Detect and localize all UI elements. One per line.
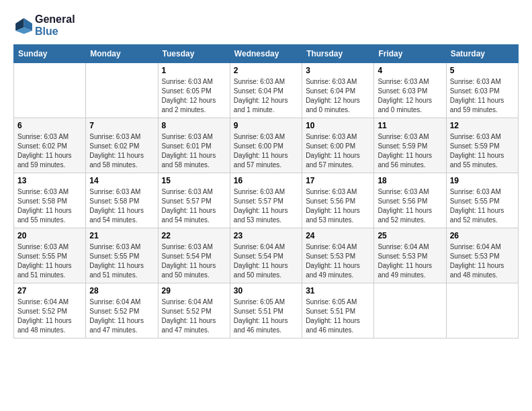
day-info: Sunrise: 6:03 AM Sunset: 5:55 PM Dayligh… [17,242,82,280]
logo: General Blue [13,13,75,38]
day-info: Sunrise: 6:03 AM Sunset: 6:02 PM Dayligh… [89,132,154,170]
day-number: 24 [306,231,370,240]
day-number: 10 [306,121,370,130]
day-number: 3 [306,66,370,75]
column-header-friday: Friday [374,45,446,63]
day-info: Sunrise: 6:04 AM Sunset: 5:52 PM Dayligh… [162,298,226,335]
day-info: Sunrise: 6:04 AM Sunset: 5:53 PM Dayligh… [450,242,515,280]
day-number: 12 [450,121,515,130]
week-row-3: 13Sunrise: 6:03 AM Sunset: 5:58 PM Dayli… [14,173,519,228]
day-number: 14 [89,176,154,185]
calendar-cell: 23Sunrise: 6:04 AM Sunset: 5:54 PM Dayli… [230,228,302,283]
day-number: 21 [89,231,154,240]
day-number: 23 [234,231,298,240]
calendar-cell: 6Sunrise: 6:03 AM Sunset: 6:02 PM Daylig… [14,118,86,173]
day-number: 18 [378,176,442,185]
day-info: Sunrise: 6:03 AM Sunset: 5:59 PM Dayligh… [450,132,515,170]
calendar-body: 1Sunrise: 6:03 AM Sunset: 6:05 PM Daylig… [14,63,519,338]
day-info: Sunrise: 6:03 AM Sunset: 5:57 PM Dayligh… [234,187,298,225]
day-info: Sunrise: 6:03 AM Sunset: 6:00 PM Dayligh… [234,132,298,170]
day-info: Sunrise: 6:04 AM Sunset: 5:54 PM Dayligh… [234,242,298,280]
day-number: 30 [234,286,298,295]
day-number: 9 [234,121,298,130]
day-info: Sunrise: 6:03 AM Sunset: 5:56 PM Dayligh… [306,187,370,225]
day-number: 20 [17,231,82,240]
day-info: Sunrise: 6:03 AM Sunset: 6:02 PM Dayligh… [17,132,82,170]
week-row-5: 27Sunrise: 6:04 AM Sunset: 5:52 PM Dayli… [14,283,519,338]
column-header-saturday: Saturday [446,45,518,63]
day-number: 5 [450,66,515,75]
column-header-tuesday: Tuesday [158,45,230,63]
day-info: Sunrise: 6:03 AM Sunset: 6:04 PM Dayligh… [234,77,298,115]
day-number: 11 [378,121,442,130]
calendar-cell: 4Sunrise: 6:03 AM Sunset: 6:03 PM Daylig… [374,63,446,118]
week-row-2: 6Sunrise: 6:03 AM Sunset: 6:02 PM Daylig… [14,118,519,173]
calendar-cell [446,283,518,338]
day-number: 27 [17,286,82,295]
logo-text: General Blue [35,13,75,38]
calendar-cell: 1Sunrise: 6:03 AM Sunset: 6:05 PM Daylig… [158,63,230,118]
calendar-cell: 17Sunrise: 6:03 AM Sunset: 5:56 PM Dayli… [302,173,374,228]
calendar-cell: 16Sunrise: 6:03 AM Sunset: 5:57 PM Dayli… [230,173,302,228]
calendar-cell: 28Sunrise: 6:04 AM Sunset: 5:52 PM Dayli… [86,283,158,338]
calendar-table: SundayMondayTuesdayWednesdayThursdayFrid… [13,44,519,338]
day-number: 7 [89,121,154,130]
calendar-cell: 19Sunrise: 6:03 AM Sunset: 5:55 PM Dayli… [446,173,518,228]
calendar-cell [374,283,446,338]
calendar-cell: 20Sunrise: 6:03 AM Sunset: 5:55 PM Dayli… [14,228,86,283]
calendar-cell: 8Sunrise: 6:03 AM Sunset: 6:01 PM Daylig… [158,118,230,173]
day-number: 2 [234,66,298,75]
day-number: 4 [378,66,442,75]
day-info: Sunrise: 6:05 AM Sunset: 5:51 PM Dayligh… [234,298,298,335]
calendar-cell: 14Sunrise: 6:03 AM Sunset: 5:58 PM Dayli… [86,173,158,228]
day-info: Sunrise: 6:03 AM Sunset: 5:55 PM Dayligh… [450,187,515,225]
day-info: Sunrise: 6:04 AM Sunset: 5:52 PM Dayligh… [89,298,154,335]
day-info: Sunrise: 6:03 AM Sunset: 5:59 PM Dayligh… [378,132,442,170]
calendar-cell: 25Sunrise: 6:04 AM Sunset: 5:53 PM Dayli… [374,228,446,283]
day-number: 31 [306,286,370,295]
calendar-cell: 2Sunrise: 6:03 AM Sunset: 6:04 PM Daylig… [230,63,302,118]
day-number: 1 [162,66,226,75]
day-number: 29 [162,286,226,295]
calendar-cell: 22Sunrise: 6:03 AM Sunset: 5:54 PM Dayli… [158,228,230,283]
day-info: Sunrise: 6:03 AM Sunset: 6:05 PM Dayligh… [162,77,226,115]
day-info: Sunrise: 6:03 AM Sunset: 6:00 PM Dayligh… [306,132,370,170]
calendar-cell: 7Sunrise: 6:03 AM Sunset: 6:02 PM Daylig… [86,118,158,173]
day-info: Sunrise: 6:03 AM Sunset: 6:03 PM Dayligh… [450,77,515,115]
page-header: General Blue [13,13,519,38]
calendar-cell [86,63,158,118]
calendar-cell: 24Sunrise: 6:04 AM Sunset: 5:53 PM Dayli… [302,228,374,283]
calendar-cell: 5Sunrise: 6:03 AM Sunset: 6:03 PM Daylig… [446,63,518,118]
calendar-cell: 29Sunrise: 6:04 AM Sunset: 5:52 PM Dayli… [158,283,230,338]
calendar-cell: 15Sunrise: 6:03 AM Sunset: 5:57 PM Dayli… [158,173,230,228]
calendar-cell: 11Sunrise: 6:03 AM Sunset: 5:59 PM Dayli… [374,118,446,173]
calendar-cell: 18Sunrise: 6:03 AM Sunset: 5:56 PM Dayli… [374,173,446,228]
calendar-cell: 13Sunrise: 6:03 AM Sunset: 5:58 PM Dayli… [14,173,86,228]
day-number: 13 [17,176,82,185]
calendar-cell: 10Sunrise: 6:03 AM Sunset: 6:00 PM Dayli… [302,118,374,173]
logo-icon [13,16,32,35]
calendar-cell: 26Sunrise: 6:04 AM Sunset: 5:53 PM Dayli… [446,228,518,283]
day-info: Sunrise: 6:03 AM Sunset: 5:54 PM Dayligh… [162,242,226,280]
calendar-cell: 30Sunrise: 6:05 AM Sunset: 5:51 PM Dayli… [230,283,302,338]
day-info: Sunrise: 6:03 AM Sunset: 5:55 PM Dayligh… [89,242,154,280]
day-number: 19 [450,176,515,185]
day-info: Sunrise: 6:03 AM Sunset: 6:04 PM Dayligh… [306,77,370,115]
day-number: 8 [162,121,226,130]
calendar-cell: 3Sunrise: 6:03 AM Sunset: 6:04 PM Daylig… [302,63,374,118]
calendar-cell: 27Sunrise: 6:04 AM Sunset: 5:52 PM Dayli… [14,283,86,338]
day-info: Sunrise: 6:03 AM Sunset: 6:03 PM Dayligh… [378,77,442,115]
day-info: Sunrise: 6:04 AM Sunset: 5:52 PM Dayligh… [17,298,82,335]
day-info: Sunrise: 6:03 AM Sunset: 5:58 PM Dayligh… [17,187,82,225]
calendar-header-row: SundayMondayTuesdayWednesdayThursdayFrid… [14,45,519,63]
day-info: Sunrise: 6:05 AM Sunset: 5:51 PM Dayligh… [306,298,370,335]
day-number: 6 [17,121,82,130]
day-info: Sunrise: 6:04 AM Sunset: 5:53 PM Dayligh… [306,242,370,280]
calendar-cell: 12Sunrise: 6:03 AM Sunset: 5:59 PM Dayli… [446,118,518,173]
calendar-cell [14,63,86,118]
day-info: Sunrise: 6:03 AM Sunset: 5:58 PM Dayligh… [89,187,154,225]
day-number: 16 [234,176,298,185]
day-number: 26 [450,231,515,240]
calendar-cell: 21Sunrise: 6:03 AM Sunset: 5:55 PM Dayli… [86,228,158,283]
day-info: Sunrise: 6:04 AM Sunset: 5:53 PM Dayligh… [378,242,442,280]
